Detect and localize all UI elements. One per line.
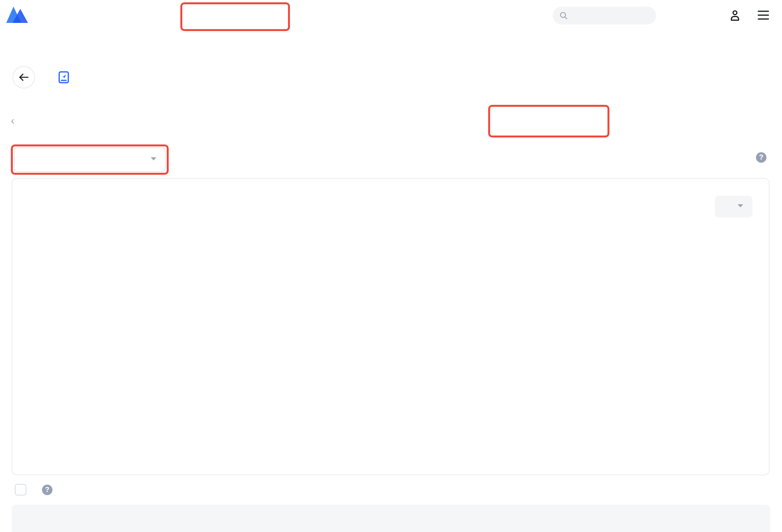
search-input[interactable] xyxy=(572,10,642,21)
search-box[interactable] xyxy=(553,7,656,24)
hamburger-icon xyxy=(757,10,770,21)
search-icon xyxy=(559,11,568,20)
back-button[interactable] xyxy=(12,66,35,89)
help-icon[interactable]: ? xyxy=(756,152,766,163)
funding-rate-chart xyxy=(59,253,751,432)
futures-guide-link[interactable] xyxy=(58,71,72,83)
menu-button[interactable] xyxy=(757,10,770,22)
funding-chart-svg xyxy=(59,253,751,432)
page-header xyxy=(12,64,72,91)
arrow-left-icon xyxy=(18,73,29,82)
positions-only-checkbox[interactable] xyxy=(15,484,26,495)
user-icon xyxy=(728,9,742,22)
top-nav xyxy=(0,0,782,31)
help-icon[interactable]: ? xyxy=(42,485,52,495)
mexc-logo[interactable] xyxy=(6,5,32,24)
tab-bar: ‹ xyxy=(0,112,782,130)
pair-select[interactable] xyxy=(14,147,166,172)
chevron-down-icon xyxy=(738,204,743,207)
funding-description-link[interactable]: ? xyxy=(751,152,766,163)
account-button[interactable] xyxy=(728,9,742,24)
tabs-scroll-left-icon[interactable]: ‹ xyxy=(11,115,14,127)
chart-x-axis xyxy=(59,436,751,449)
chevron-down-icon xyxy=(151,157,156,160)
mexc-mountain-icon xyxy=(6,5,28,24)
positions-filter-row: ? xyxy=(15,484,52,495)
funding-table-header xyxy=(12,505,770,532)
funding-history-card xyxy=(12,178,770,475)
date-range-select[interactable] xyxy=(715,196,752,217)
guide-book-icon xyxy=(58,71,69,83)
